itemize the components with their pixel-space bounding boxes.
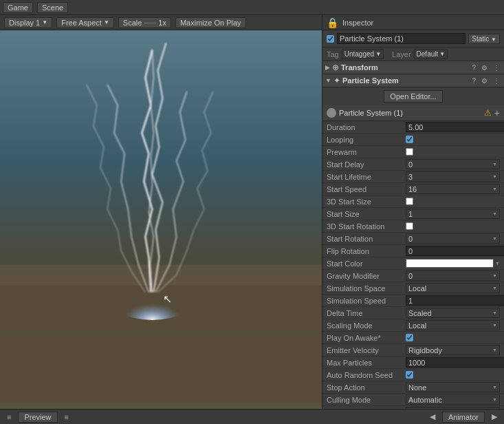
- aspect-dropdown[interactable]: Free Aspect ▼: [56, 17, 114, 28]
- svg-text:↖: ↖: [163, 293, 172, 305]
- animator-button[interactable]: Animator: [442, 412, 485, 423]
- svg-point-2: [104, 264, 201, 320]
- 3d-start-size-checkbox[interactable]: [406, 198, 413, 205]
- start-rotation-dropdown[interactable]: 0 ▼: [406, 233, 500, 244]
- transform-header[interactable]: ▶ ⊕ Transform ? ⚙ ⋮: [322, 61, 504, 74]
- prop-start-speed: Start Speed 16 ▼: [322, 183, 504, 195]
- prewarm-checkbox[interactable]: [406, 148, 413, 156]
- prop-stop-action: Stop Action None ▼: [322, 381, 504, 394]
- inspector-panel: 🔒 Inspector Static ▼ Tag Untagged ▼ Laye…: [322, 15, 504, 409]
- properties-scroll[interactable]: Duration Looping Prewarm Start Delay: [322, 121, 504, 409]
- help-icon[interactable]: ?: [470, 64, 477, 72]
- transform-title: Transform: [341, 63, 468, 72]
- lock-icon: 🔒: [327, 17, 338, 28]
- start-size-dropdown[interactable]: 1 ▼: [406, 209, 500, 219]
- start-delay-dropdown[interactable]: 0 ▼: [406, 159, 500, 169]
- component-actions: ? ⚙ ⋮: [470, 64, 501, 72]
- open-editor-button[interactable]: Open Editor...: [384, 90, 442, 103]
- top-toolbar: Game Scene: [0, 0, 504, 15]
- start-speed-dropdown[interactable]: 16 ▼: [406, 184, 500, 194]
- game-view-toolbar: Display 1 ▼ Free Aspect ▼ Scale —— 1x Ma…: [0, 15, 322, 30]
- looping-checkbox[interactable]: [406, 136, 413, 143]
- game-tab[interactable]: Game: [3, 2, 33, 13]
- ps-instance-header: Particle System (1) ⚠ +: [322, 105, 504, 121]
- transform-icon: ⊕: [332, 63, 339, 72]
- bottom-left-icon[interactable]: ≡: [4, 413, 14, 421]
- more-icon[interactable]: ⋮: [492, 77, 501, 85]
- chevron-down-icon: ▼: [492, 385, 497, 390]
- prop-start-delay: Start Delay 0 ▼: [322, 158, 504, 171]
- object-enabled-checkbox[interactable]: [327, 35, 334, 43]
- auto-random-seed-checkbox[interactable]: [406, 371, 413, 379]
- layer-dropdown[interactable]: Default ▼: [414, 49, 448, 59]
- game-canvas: ↖: [0, 30, 322, 409]
- tag-dropdown[interactable]: Untagged ▼: [342, 49, 384, 59]
- particle-system-icon: ✦: [333, 76, 340, 85]
- chevron-down-icon: ▼: [492, 211, 497, 216]
- prop-start-lifetime: Start Lifetime 3 ▼: [322, 171, 504, 183]
- more-icon[interactable]: ⋮: [492, 64, 501, 72]
- prop-3d-start-size: 3D Start Size: [322, 195, 504, 208]
- scale-dropdown[interactable]: Scale —— 1x: [118, 17, 171, 28]
- play-on-awake-checkbox[interactable]: [406, 334, 413, 341]
- add-icon[interactable]: +: [494, 107, 500, 118]
- start-lifetime-dropdown[interactable]: 3 ▼: [406, 171, 500, 182]
- scene-tab[interactable]: Scene: [37, 2, 68, 13]
- settings-icon[interactable]: ⚙: [480, 77, 489, 85]
- chevron-down-icon: ▼: [439, 51, 445, 57]
- particle-system-header[interactable]: ▼ ✦ Particle System ? ⚙ ⋮: [322, 74, 504, 87]
- duration-input[interactable]: [406, 122, 504, 132]
- emitter-velocity-dropdown[interactable]: Rigidbody ▼: [406, 345, 500, 355]
- prop-culling-mode: Culling Mode Automatic ▼: [322, 394, 504, 406]
- 3d-start-rotation-checkbox[interactable]: [406, 222, 413, 230]
- help-icon[interactable]: ?: [470, 77, 477, 85]
- culling-mode-dropdown[interactable]: Automatic ▼: [406, 394, 500, 405]
- prop-delta-time: Delta Time Scaled ▼: [322, 307, 504, 319]
- scaling-mode-dropdown[interactable]: Local ▼: [406, 320, 500, 330]
- ps-instance-title: Particle System (1): [339, 109, 481, 117]
- chevron-down-icon: ▼: [375, 51, 381, 57]
- preview-button[interactable]: Preview: [18, 412, 57, 423]
- svg-rect-0: [0, 279, 322, 403]
- prop-prewarm: Prewarm: [322, 146, 504, 158]
- warning-icon: ⚠: [484, 108, 492, 118]
- stop-action-dropdown[interactable]: None ▼: [406, 382, 500, 392]
- start-color-swatch[interactable]: [406, 259, 494, 268]
- prop-duration: Duration: [322, 121, 504, 134]
- chevron-down-icon: ▼: [42, 19, 47, 25]
- prop-play-on-awake: Play On Awake*: [322, 332, 504, 344]
- chevron-down-icon: ▼: [492, 348, 497, 352]
- tag-layer-row: Tag Untagged ▼ Layer Default ▼: [322, 47, 504, 61]
- gravity-modifier-dropdown[interactable]: 0 ▼: [406, 271, 500, 281]
- animator-left-arrow-icon[interactable]: ◀: [427, 412, 438, 421]
- prop-simulation-space: Simulation Space Local ▼: [322, 282, 504, 295]
- bottom-right-icon[interactable]: ≡: [62, 413, 72, 421]
- main-area: Display 1 ▼ Free Aspect ▼ Scale —— 1x Ma…: [0, 15, 504, 409]
- chevron-down-icon: ▼: [492, 236, 497, 241]
- collapse-icon: ▼: [325, 77, 331, 84]
- settings-icon[interactable]: ⚙: [480, 64, 489, 72]
- collapse-icon: ▶: [325, 64, 330, 71]
- object-name-input[interactable]: [337, 33, 465, 44]
- bottom-bar: ≡ Preview ≡ ◀ Animator ▶: [0, 409, 504, 424]
- chevron-down-icon: ▼: [492, 286, 497, 290]
- chevron-down-icon: ▼: [492, 162, 497, 167]
- inspector-title: Inspector: [342, 19, 500, 27]
- maximize-on-play-button[interactable]: Maximize On Play: [175, 17, 246, 28]
- inspector-header: 🔒 Inspector: [322, 15, 504, 30]
- simulation-space-dropdown[interactable]: Local ▼: [406, 283, 500, 293]
- chevron-down-icon: ▼: [492, 323, 497, 328]
- transform-component: ▶ ⊕ Transform ? ⚙ ⋮: [322, 61, 504, 74]
- chevron-down-icon: ▼: [492, 273, 497, 278]
- svg-rect-1: [0, 264, 322, 285]
- simulation-speed-input[interactable]: [406, 295, 504, 306]
- animator-right-arrow-icon[interactable]: ▶: [489, 412, 500, 421]
- chevron-down-icon: ▼: [492, 397, 497, 402]
- display-dropdown[interactable]: Display 1 ▼: [4, 17, 52, 28]
- component-actions: ? ⚙ ⋮: [470, 77, 501, 85]
- static-button[interactable]: Static ▼: [468, 34, 500, 44]
- chevron-down-icon: ▼: [491, 36, 496, 43]
- flip-rotation-input[interactable]: [406, 246, 504, 256]
- max-particles-input[interactable]: [406, 357, 504, 368]
- delta-time-dropdown[interactable]: Scaled ▼: [406, 308, 500, 318]
